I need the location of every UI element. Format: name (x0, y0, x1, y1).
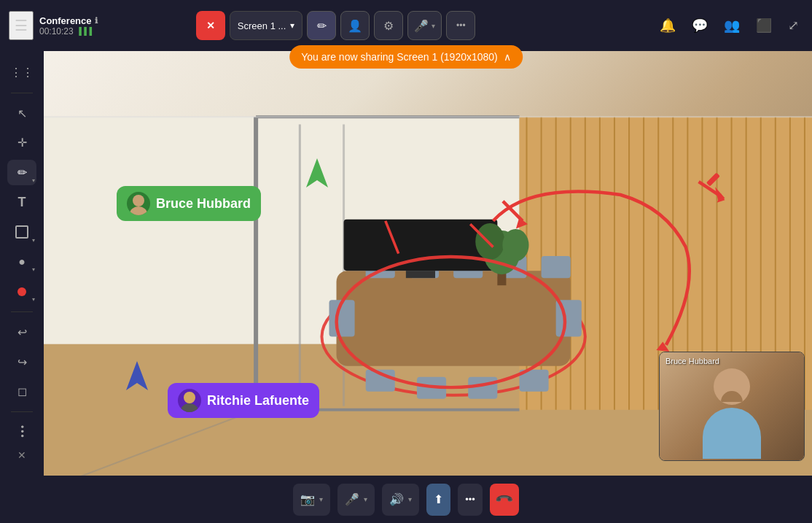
more-icon: ••• (456, 20, 466, 31)
shape-dropdown-icon: ▾ (32, 237, 35, 244)
hamburger-icon: ☰ (15, 18, 28, 34)
tool-pen[interactable]: ✏ ▾ (7, 160, 36, 185)
self-video-label: Bruce Hubbard (665, 357, 719, 365)
tool-record[interactable]: ▾ (7, 279, 36, 304)
top-bar: ☰ Conference ℹ 00:10:23 ▐▐▐ ✕ Screen 1 .… (0, 0, 812, 51)
speaker-dropdown-icon: ▾ (408, 495, 412, 503)
shape-icon (15, 225, 28, 239)
camera-dropdown-icon: ▾ (319, 495, 323, 503)
svg-rect-39 (329, 300, 354, 336)
fullscreen-button[interactable]: ⤢ (784, 13, 803, 38)
right-controls: 🔔 💬 👥 ⬛ ⤢ (655, 13, 803, 38)
text-icon: T (18, 195, 26, 210)
self-video-panel: Bruce Hubbard (659, 352, 805, 461)
ritchie-name-tag: Ritchie Lafuente (168, 383, 319, 418)
bruce-name-tag: Bruce Hubbard (117, 186, 261, 221)
svg-rect-37 (468, 377, 497, 399)
svg-rect-29 (337, 271, 571, 365)
signal-icon: ▐▐▐ (77, 27, 92, 35)
more-tools-icon: ••• (17, 425, 27, 439)
annotation-button[interactable]: ✏ (307, 11, 336, 40)
screen-share-button[interactable]: ⬆ (426, 484, 450, 516)
ritchie-name-label: Ritchie Lafuente (207, 393, 309, 408)
tool-cursor[interactable]: ↖ (7, 101, 36, 126)
bottom-more-button[interactable]: ••• (458, 484, 483, 516)
conference-title: Conference ℹ (39, 15, 98, 26)
screen-share-icon: ⬆ (434, 492, 443, 506)
undo-icon: ↩ (17, 325, 27, 339)
fill-icon: ● (18, 255, 26, 268)
stop-share-button[interactable]: ✕ (196, 11, 225, 40)
stop-icon: ✕ (206, 20, 215, 31)
svg-point-60 (133, 195, 144, 206)
gear-icon: ⚙ (383, 19, 394, 33)
collapse-icon[interactable]: ∧ (504, 51, 511, 63)
info-icon: ℹ (95, 16, 98, 26)
main-area: ⋮⋮ ↖ ✛ ✏ ▾ T ▾ ● ▾ ▾ ↩ (0, 51, 812, 476)
svg-point-63 (181, 403, 198, 412)
screen-selector[interactable]: Screen 1 ... ▾ (230, 11, 302, 40)
camera-button[interactable]: 📷 ▾ (293, 484, 330, 516)
record-dropdown-icon: ▾ (32, 296, 35, 303)
svg-point-61 (130, 206, 147, 215)
svg-point-62 (184, 392, 195, 403)
tool-undo[interactable]: ↩ (7, 319, 36, 345)
tool-grid[interactable]: ⋮⋮ (7, 60, 36, 85)
bottom-mic-icon: 🎤 (345, 492, 359, 506)
tool-move[interactable]: ✛ (7, 130, 36, 155)
toolbar-divider-2 (11, 311, 33, 312)
screen-share-controls: ✕ Screen 1 ... ▾ ✏ 👤 ⚙ 🎤 ▾ ••• (196, 11, 475, 40)
record-icon (17, 287, 26, 296)
tool-text[interactable]: T (7, 190, 36, 215)
toolbar-close-button[interactable]: ✕ (17, 449, 26, 461)
mic-icon: 🎤 (414, 19, 429, 33)
menu-button[interactable]: ☰ (9, 11, 34, 40)
person-icon: 👤 (348, 19, 362, 33)
screen-selector-label: Screen 1 ... (238, 20, 286, 31)
tool-more[interactable]: ••• (7, 419, 36, 445)
bottom-mic-button[interactable]: 🎤 ▾ (337, 484, 375, 516)
toolbar-divider-3 (11, 411, 33, 412)
ritchie-avatar (178, 389, 201, 412)
left-toolbar: ⋮⋮ ↖ ✛ ✏ ▾ T ▾ ● ▾ ▾ ↩ (0, 51, 44, 476)
bell-button[interactable]: 🔔 (655, 13, 680, 38)
toolbar-divider-1 (11, 93, 33, 93)
tool-shape[interactable]: ▾ (7, 220, 36, 245)
svg-rect-40 (556, 300, 582, 336)
tool-redo[interactable]: ↪ (7, 349, 36, 375)
end-call-button[interactable]: 📞 (490, 484, 519, 516)
svg-rect-35 (366, 370, 395, 392)
svg-rect-34 (542, 256, 571, 278)
svg-marker-59 (126, 361, 148, 390)
svg-point-46 (502, 229, 528, 261)
pen-dropdown-icon: ▾ (32, 177, 35, 184)
mic-dropdown-icon: ▾ (432, 22, 435, 30)
sharing-banner: You are now sharing Screen 1 (1920x1080)… (289, 45, 523, 69)
shared-screen: Bruce Hubbard Ritchie Lafuente Bruce Hub… (44, 51, 812, 476)
more-options-button[interactable]: ••• (446, 11, 475, 40)
move-icon: ✛ (17, 136, 27, 150)
pen-icon: ✏ (317, 19, 327, 33)
eraser-icon: ◻ (17, 384, 27, 398)
screen-button[interactable]: ⬛ (752, 13, 776, 38)
bruce-name-label: Bruce Hubbard (156, 196, 251, 212)
bottom-bar: 📷 ▾ 🎤 ▾ 🔊 ▾ ⬆ ••• 📞 (0, 476, 812, 523)
svg-rect-36 (417, 377, 446, 399)
bruce-avatar (127, 192, 150, 215)
mic-control[interactable]: 🎤 ▾ (407, 11, 442, 40)
redo-icon: ↪ (17, 355, 27, 369)
end-call-icon: 📞 (494, 489, 515, 510)
dropdown-arrow-icon: ▾ (290, 20, 294, 31)
camera-icon: 📷 (300, 492, 315, 506)
participants-button[interactable]: 👤 (340, 11, 370, 40)
speaker-button[interactable]: 🔊 ▾ (382, 484, 419, 516)
people-button[interactable]: 👥 (719, 13, 744, 38)
settings-button[interactable]: ⚙ (374, 11, 403, 40)
mic-dropdown-icon: ▾ (364, 495, 367, 503)
tool-fill[interactable]: ● ▾ (7, 249, 36, 275)
self-video-feed (660, 352, 804, 460)
svg-rect-38 (519, 370, 548, 392)
chat-button[interactable]: 💬 (687, 13, 712, 38)
tool-eraser[interactable]: ◻ (7, 379, 36, 405)
banner-text: You are now sharing Screen 1 (1920x1080) (301, 51, 498, 63)
